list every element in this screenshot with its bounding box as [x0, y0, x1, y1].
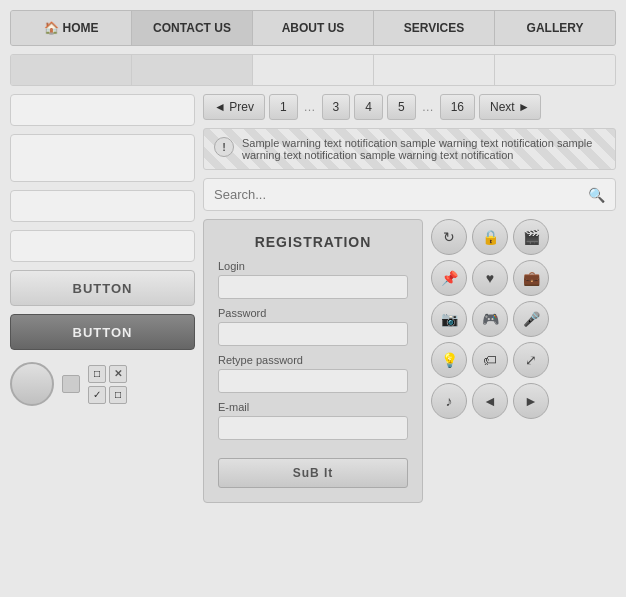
expand-icon-btn[interactable]: ⤢	[513, 342, 549, 378]
submit-button[interactable]: SuB It	[218, 458, 408, 488]
lock-icon: 🔒	[482, 229, 499, 245]
search-icon: 🔍	[588, 187, 605, 203]
bottom-controls: □ ✕ ✓ □	[10, 362, 195, 406]
small-square	[62, 375, 80, 393]
secondary-nav-4[interactable]	[374, 55, 495, 85]
lock-icon-btn[interactable]: 🔒	[472, 219, 508, 255]
prev-button[interactable]: ◄ Prev	[203, 94, 265, 120]
input-login[interactable]	[218, 275, 408, 299]
mic-icon-btn[interactable]: 🎤	[513, 301, 549, 337]
gamepad-icon: 🎮	[482, 311, 499, 327]
warning-box: ! Sample warning text notification sampl…	[203, 128, 616, 170]
pagination: ◄ Prev 1 … 3 4 5 … 16 Next ►	[203, 94, 616, 120]
right-arrow-icon: ►	[524, 393, 538, 409]
secondary-nav-3[interactable]	[253, 55, 374, 85]
pin-icon-btn[interactable]: 📌	[431, 260, 467, 296]
refresh-icon-btn[interactable]: ↻	[431, 219, 467, 255]
button-dark-1[interactable]: BUTTON	[10, 314, 195, 350]
form-label-password: Password	[218, 307, 408, 319]
nav-item-services[interactable]: SERVICES	[374, 11, 495, 45]
right-icon-btn[interactable]: ►	[513, 383, 549, 419]
nav-label-contact: CONTACT US	[153, 21, 231, 35]
nav-label-about: ABOUT US	[282, 21, 345, 35]
form-label-email: E-mail	[218, 401, 408, 413]
expand-icon: ⤢	[525, 352, 537, 368]
input-field-2[interactable]	[10, 190, 195, 222]
bottom-row: REGISTRATION Login Password Retype passw…	[203, 219, 616, 503]
nav-label-services: SERVICES	[404, 21, 464, 35]
search-bar: 🔍	[203, 178, 616, 211]
warning-icon: !	[214, 137, 234, 157]
camera-icon-btn[interactable]: 📷	[431, 301, 467, 337]
warning-text: Sample warning text notification sample …	[242, 137, 605, 161]
nav-label-home: HOME	[63, 21, 99, 35]
search-input[interactable]	[204, 179, 578, 210]
heart-icon-btn[interactable]: ♥	[472, 260, 508, 296]
left-panel: BUTTON BUTTON □ ✕ ✓ □	[10, 94, 195, 503]
pin-icon: 📌	[441, 270, 458, 286]
main-wrapper: 🏠 HOME CONTACT US ABOUT US SERVICES GALL…	[0, 0, 626, 513]
mic-icon: 🎤	[523, 311, 540, 327]
checkbox-1[interactable]: □	[88, 365, 106, 383]
briefcase-icon: 💼	[523, 270, 540, 286]
gamepad-icon-btn[interactable]: 🎮	[472, 301, 508, 337]
form-label-retype: Retype password	[218, 354, 408, 366]
next-button[interactable]: Next ►	[479, 94, 541, 120]
checkbox-x[interactable]: ✕	[109, 365, 127, 383]
checkbox-grid: □ ✕ ✓ □	[88, 365, 127, 404]
page-16[interactable]: 16	[440, 94, 475, 120]
bulb-icon-btn[interactable]: 💡	[431, 342, 467, 378]
heart-icon: ♥	[486, 270, 494, 286]
form-group-email: E-mail	[218, 401, 408, 440]
music-icon-btn[interactable]: ♪	[431, 383, 467, 419]
input-password[interactable]	[218, 322, 408, 346]
form-label-login: Login	[218, 260, 408, 272]
briefcase-icon-btn[interactable]: 💼	[513, 260, 549, 296]
input-field-3[interactable]	[10, 230, 195, 262]
secondary-nav-2[interactable]	[132, 55, 253, 85]
page-4[interactable]: 4	[354, 94, 383, 120]
nav-item-contact[interactable]: CONTACT US	[132, 11, 253, 45]
input-email[interactable]	[218, 416, 408, 440]
nav-item-gallery[interactable]: GALLERY	[495, 11, 615, 45]
secondary-nav	[10, 54, 616, 86]
home-icon: 🏠	[44, 21, 59, 35]
tag-icon: 🏷	[483, 352, 497, 368]
bulb-icon: 💡	[441, 352, 458, 368]
video-icon-btn[interactable]: 🎬	[513, 219, 549, 255]
form-group-password: Password	[218, 307, 408, 346]
tag-icon-btn[interactable]: 🏷	[472, 342, 508, 378]
nav-bar: 🏠 HOME CONTACT US ABOUT US SERVICES GALL…	[10, 10, 616, 46]
left-icon-btn[interactable]: ◄	[472, 383, 508, 419]
dots-2: …	[420, 100, 436, 114]
circle-button[interactable]	[10, 362, 54, 406]
page-5[interactable]: 5	[387, 94, 416, 120]
page-1[interactable]: 1	[269, 94, 298, 120]
registration-form: REGISTRATION Login Password Retype passw…	[203, 219, 423, 503]
form-group-retype: Retype password	[218, 354, 408, 393]
secondary-nav-5[interactable]	[495, 55, 615, 85]
textarea-field[interactable]	[10, 134, 195, 182]
right-panel: ◄ Prev 1 … 3 4 5 … 16 Next ► ! Sample wa…	[203, 94, 616, 503]
page-3[interactable]: 3	[322, 94, 351, 120]
button-light-1[interactable]: BUTTON	[10, 270, 195, 306]
music-icon: ♪	[446, 393, 453, 409]
input-retype[interactable]	[218, 369, 408, 393]
reg-title: REGISTRATION	[218, 234, 408, 250]
icon-grid: ↻ 🔒 🎬 📌 ♥ 💼 📷 🎮 🎤 💡 🏷 ⤢ ♪ ◄ ►	[431, 219, 549, 503]
nav-item-home[interactable]: 🏠 HOME	[11, 11, 132, 45]
nav-label-gallery: GALLERY	[527, 21, 584, 35]
refresh-icon: ↻	[443, 229, 455, 245]
checkbox-4[interactable]: □	[109, 386, 127, 404]
dots-1: …	[302, 100, 318, 114]
content-area: BUTTON BUTTON □ ✕ ✓ □ ◄ Prev 1 … 3	[10, 94, 616, 503]
camera-icon: 📷	[441, 311, 458, 327]
secondary-nav-1[interactable]	[11, 55, 132, 85]
video-icon: 🎬	[523, 229, 540, 245]
nav-item-about[interactable]: ABOUT US	[253, 11, 374, 45]
left-arrow-icon: ◄	[483, 393, 497, 409]
form-group-login: Login	[218, 260, 408, 299]
input-field-1[interactable]	[10, 94, 195, 126]
checkbox-check[interactable]: ✓	[88, 386, 106, 404]
search-button[interactable]: 🔍	[578, 181, 615, 209]
